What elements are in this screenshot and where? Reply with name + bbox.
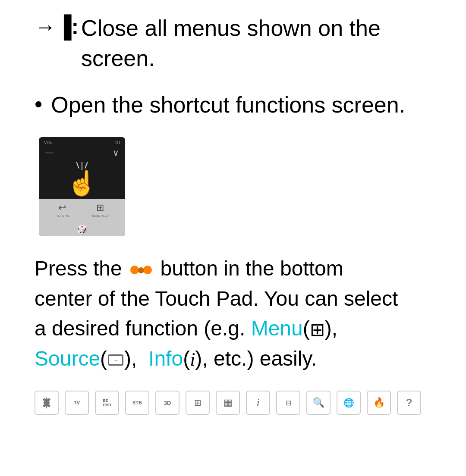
- 3d-icon[interactable]: 3D: [155, 391, 179, 415]
- orange-dots-button: [130, 266, 152, 274]
- press-section: Press the button in the bottom center of…: [35, 254, 431, 373]
- remote-image: VOL CH — ∨ ☝ ↩ RETURN: [39, 137, 431, 236]
- help-icon[interactable]: ?: [397, 391, 421, 415]
- minus-icon: —: [45, 147, 54, 157]
- etc-text: etc.) easily.: [214, 347, 317, 370]
- close-menus-text: Close all menus shown on the screen.: [81, 13, 381, 73]
- menu-btn-label: MENU/123: [92, 214, 108, 217]
- bullet-symbol: •: [35, 91, 42, 117]
- remote-controls: — ∨: [39, 147, 125, 159]
- search-icon[interactable]: 🔍: [306, 391, 331, 415]
- chevron-down-icon: ∨: [113, 147, 119, 158]
- press-text-end: button in the bottom: [160, 257, 343, 280]
- remote-control-diagram: VOL CH — ∨ ☝ ↩ RETURN: [39, 137, 125, 236]
- arrow-icon: →▐:: [35, 13, 79, 41]
- touchpad-area: ☝: [39, 159, 125, 199]
- top-section: →▐: Close all menus shown on the screen.: [35, 13, 431, 73]
- shortcut-text: Open the shortcut functions screen.: [51, 91, 405, 120]
- settings-icon[interactable]: [35, 391, 59, 415]
- vol-label: VOL: [44, 141, 52, 145]
- menu-btn-icon: ⊞: [96, 202, 104, 213]
- menu-link[interactable]: Menu: [251, 317, 303, 340]
- gear-icon: [40, 396, 54, 410]
- press-text-line3-start: a desired function (e.g.: [35, 317, 245, 340]
- finger-icon: ☝: [67, 171, 97, 195]
- orange-dot-center: [138, 267, 144, 273]
- bullet-section: • Open the shortcut functions screen.: [35, 91, 431, 120]
- return-btn-icon: ↩: [58, 202, 66, 213]
- bd-dvd-icon[interactable]: BDDVD: [95, 391, 119, 415]
- source-icon: →: [108, 354, 123, 366]
- stb-icon[interactable]: STB: [125, 391, 149, 415]
- orange-dot-left: [130, 266, 139, 274]
- bottom-icons-bar: TV BDDVD STB 3D ⊞ ▦ i ⊟ 🔍 🌐 🔥 ?: [35, 386, 431, 415]
- orange-dot-right: [143, 266, 152, 274]
- press-text-line2: center of the Touch Pad. You can select: [35, 287, 398, 310]
- ch-label: CH: [114, 141, 120, 145]
- fire-icon[interactable]: 🔥: [367, 391, 391, 415]
- source-bottom-icon[interactable]: ⊞: [186, 391, 210, 415]
- press-text-start: Press the: [35, 257, 122, 280]
- remote-bottom-buttons: ↩ RETURN ⊞ MENU/123: [39, 199, 125, 222]
- info-link[interactable]: Info: [148, 347, 183, 370]
- menu-icon: ⊞: [310, 319, 325, 340]
- tv-icon[interactable]: TV: [65, 391, 89, 415]
- menu-grid-icon[interactable]: ▦: [216, 391, 240, 415]
- brand-logo: 🎲: [39, 222, 125, 236]
- update-icon[interactable]: 🌐: [337, 391, 361, 415]
- caption-icon[interactable]: ⊟: [276, 391, 300, 415]
- source-link[interactable]: Source: [35, 347, 100, 370]
- info-icon: i: [190, 349, 195, 370]
- info-i-icon[interactable]: i: [246, 391, 270, 415]
- press-text: Press the button in the bottom center of…: [35, 254, 431, 373]
- return-btn-label: RETURN: [55, 214, 69, 217]
